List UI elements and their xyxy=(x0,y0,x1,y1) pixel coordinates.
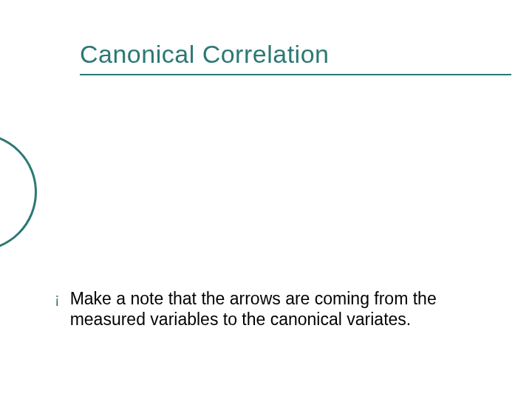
bullet-list: ¡ Make a note that the arrows are coming… xyxy=(55,288,508,330)
bullet-text: Make a note that the arrows are coming f… xyxy=(70,288,508,330)
title-area: Canonical Correlation xyxy=(80,40,502,75)
decorative-circle-icon xyxy=(0,133,37,251)
title-underline xyxy=(80,74,511,75)
list-item: ¡ Make a note that the arrows are coming… xyxy=(55,288,508,330)
slide-title: Canonical Correlation xyxy=(80,40,502,75)
bullet-marker-icon: ¡ xyxy=(55,288,60,309)
slide: Canonical Correlation ¡ Make a note that… xyxy=(0,0,532,399)
